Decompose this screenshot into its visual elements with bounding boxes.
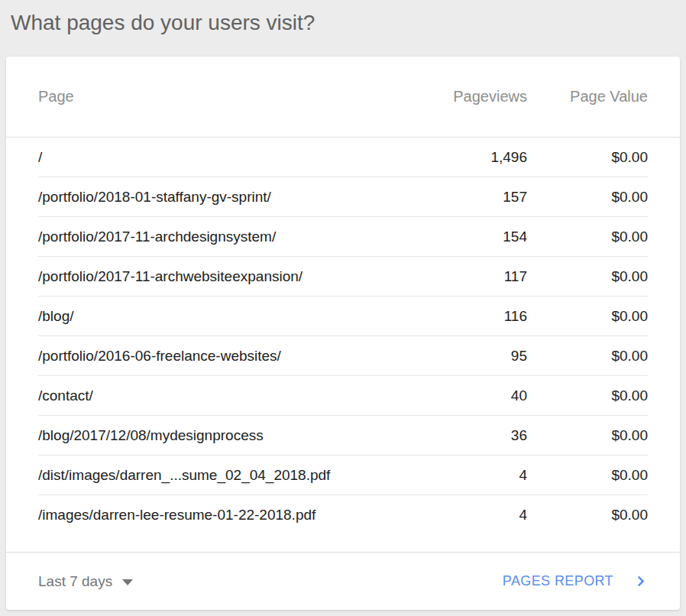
page-value-cell: $0.00 — [527, 427, 648, 444]
table-row: /dist/images/darren_...sume_02_04_2018.p… — [38, 456, 648, 495]
pageviews-cell: 36 — [435, 427, 527, 444]
table-row: /portfolio/2018-01-staffany-gv-sprint/ 1… — [38, 177, 648, 217]
card-footer: Last 7 days PAGES REPORT — [6, 552, 680, 610]
page-value-cell: $0.00 — [527, 229, 648, 245]
pageviews-cell: 40 — [435, 387, 527, 404]
table-body: / 1,496 $0.00 /portfolio/2018-01-staffan… — [6, 138, 680, 535]
table-row: / 1,496 $0.00 — [38, 138, 648, 177]
page-value-cell: $0.00 — [527, 387, 648, 404]
table-row: /contact/ 40 $0.00 — [38, 376, 648, 416]
column-header-pageviews: Pageviews — [435, 88, 527, 105]
page-cell: /portfolio/2017-11-archdesignsystem/ — [38, 229, 435, 245]
pageviews-cell: 1,496 — [435, 149, 527, 166]
page-cell: /contact/ — [38, 387, 435, 404]
pages-report-link[interactable]: PAGES REPORT — [503, 573, 648, 589]
dropdown-arrow-icon — [122, 579, 133, 585]
page-value-cell: $0.00 — [527, 467, 648, 484]
page-value-cell: $0.00 — [527, 189, 648, 206]
table-row: /blog/2017/12/08/mydesignprocess 36 $0.0… — [38, 416, 648, 456]
column-header-page-value: Page Value — [527, 88, 648, 105]
page-cell: /images/darren-lee-resume-01-22-2018.pdf — [38, 507, 435, 524]
page-cell: /blog/ — [38, 308, 435, 325]
pageviews-cell: 154 — [435, 229, 527, 245]
column-header-page: Page — [38, 88, 435, 105]
pageviews-cell: 117 — [435, 268, 527, 285]
chevron-right-icon — [633, 574, 648, 588]
pages-report-label: PAGES REPORT — [503, 573, 613, 589]
page-value-cell: $0.00 — [527, 507, 648, 524]
pages-widget-card: Page Pageviews Page Value / 1,496 $0.00 … — [6, 57, 680, 610]
pageviews-cell: 4 — [435, 507, 527, 524]
table-row: /portfolio/2017-11-archdesignsystem/ 154… — [38, 217, 648, 257]
page-value-cell: $0.00 — [527, 149, 648, 166]
pageviews-cell: 95 — [435, 348, 527, 365]
pageviews-cell: 157 — [435, 189, 527, 206]
date-range-selector[interactable]: Last 7 days — [38, 573, 133, 590]
pageviews-cell: 116 — [435, 308, 527, 325]
table-header: Page Pageviews Page Value — [6, 57, 680, 138]
table-row: /portfolio/2016-06-freelance-websites/ 9… — [38, 336, 648, 376]
page-value-cell: $0.00 — [527, 268, 648, 285]
table-row: /images/darren-lee-resume-01-22-2018.pdf… — [38, 495, 648, 535]
table-row: /blog/ 116 $0.00 — [38, 297, 648, 336]
pageviews-cell: 4 — [435, 467, 527, 484]
page-cell: /portfolio/2018-01-staffany-gv-sprint/ — [38, 189, 435, 206]
page-cell: /blog/2017/12/08/mydesignprocess — [38, 427, 435, 444]
page-cell: /dist/images/darren_...sume_02_04_2018.p… — [38, 467, 435, 484]
page-title: What pages do your users visit? — [0, 0, 686, 57]
page-value-cell: $0.00 — [527, 308, 648, 325]
page-cell: / — [38, 149, 435, 166]
page-cell: /portfolio/2016-06-freelance-websites/ — [38, 348, 435, 365]
table-row: /portfolio/2017-11-archwebsiteexpansion/… — [38, 257, 648, 297]
page-cell: /portfolio/2017-11-archwebsiteexpansion/ — [38, 268, 435, 285]
date-range-label: Last 7 days — [38, 573, 112, 590]
page-value-cell: $0.00 — [527, 348, 648, 365]
